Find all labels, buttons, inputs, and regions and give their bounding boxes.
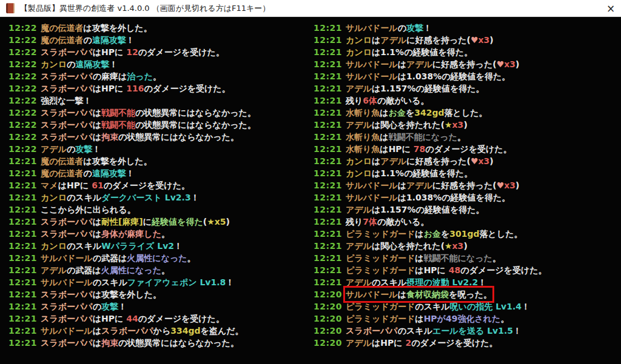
log-message: サルバドールはアデルに好感を持った(♥x3) bbox=[346, 179, 519, 191]
log-row: 12:21アデルの武器は火属性になった。 bbox=[0, 264, 310, 276]
log-segment-yellow: 334gd bbox=[170, 326, 200, 336]
log-message: 残り6体の敵がいる。 bbox=[346, 94, 429, 107]
log-row: 12:21ピラミッドガードはお金を301gd落とした。 bbox=[310, 228, 621, 240]
log-segment-name: サルバドール bbox=[41, 277, 93, 287]
highlighted-log-row: 12:20サルバドールは食材収納袋を呪った。 bbox=[310, 288, 621, 300]
log-segment-default: の bbox=[93, 302, 101, 311]
log-row: 12:21アデルは関心を持たれた(★x3) bbox=[310, 119, 621, 131]
log-segment-name: 魔の伝道者 bbox=[41, 23, 83, 33]
log-segment-default: 。 bbox=[161, 265, 170, 275]
log-row: 12:21カンロのスキルWパラライズ Lv2！ bbox=[0, 240, 310, 252]
log-segment-name: アデル bbox=[346, 84, 372, 93]
log-message: アデルは1.157%の経験値を得た。 bbox=[346, 82, 485, 94]
log-message: アデルのスキル摂理の波動 Lv2.2！ bbox=[346, 276, 486, 288]
log-segment-name: サルバドール bbox=[346, 71, 398, 81]
log-segment-default: はHPに bbox=[58, 180, 92, 190]
log-segment-name: ピラミッドガード bbox=[346, 265, 415, 275]
log-segment-default: のダメージを受けた。 bbox=[460, 265, 546, 275]
log-segment-name: アデル bbox=[406, 180, 432, 190]
log-message: 魔の伝道者は攻撃を外した。 bbox=[41, 155, 152, 167]
log-segment-gray: 戦闘不能になった bbox=[424, 253, 492, 263]
log-segment-default: ！ bbox=[109, 59, 118, 69]
log-timestamp: 12:20 bbox=[314, 288, 340, 300]
log-segment-default: のダメージを受けた。 bbox=[144, 84, 230, 93]
log-segment-default: に好感を持った( bbox=[406, 156, 471, 166]
log-timestamp: 12:21 bbox=[314, 34, 340, 46]
log-timestamp: 12:21 bbox=[8, 204, 35, 216]
log-message: ここから外に出られる。 bbox=[41, 204, 136, 216]
log-segment-default: のダメージを受けた。 bbox=[138, 314, 224, 323]
log-message: アデルは関心を持たれた(★x3) bbox=[346, 240, 468, 252]
log-segment-default: のスキル bbox=[67, 193, 101, 202]
log-segment-default: ！ bbox=[226, 277, 234, 287]
log-timestamp: 12:21 bbox=[314, 82, 340, 94]
log-row: 12:21アデルのスキル摂理の波動 Lv2.2！ bbox=[310, 276, 621, 288]
log-segment-default: の状態異常にはならなかった。 bbox=[118, 132, 239, 142]
log-segment-default: のスキル bbox=[93, 277, 127, 287]
close-icon[interactable]: × bbox=[600, 0, 621, 17]
log-segment-default: ) bbox=[489, 156, 493, 166]
log-segment-default: の敵がいる。 bbox=[377, 217, 429, 227]
log-row: 12:21サルバドールの武器は火属性になった。 bbox=[0, 252, 310, 264]
log-segment-default: 落とした。 bbox=[445, 108, 488, 117]
log-segment-default: の状態異常にはならなかった。 bbox=[118, 338, 239, 348]
log-segment-kanro: カンロ bbox=[346, 156, 372, 166]
log-row: 12:21マメはHPに 61のダメージを受けた。 bbox=[0, 179, 310, 191]
log-segment-default: は1.157%の経験値を得た。 bbox=[372, 84, 485, 93]
window-title: 【製品版】異世界の創造者 v1.4.0.0 （画面が見切れる方はF11キー） bbox=[20, 3, 270, 14]
log-segment-default: を bbox=[441, 229, 449, 239]
log-timestamp: 12:21 bbox=[8, 264, 35, 276]
log-row: 12:21カンロは1.1%の経験値を得た。 bbox=[310, 167, 621, 179]
log-segment-default: に好感を持った( bbox=[432, 59, 497, 69]
log-message: 魔の伝道者は攻撃を外した。 bbox=[41, 22, 152, 34]
log-segment-name: 魔の伝道者 bbox=[41, 156, 83, 166]
log-timestamp: 12:21 bbox=[314, 119, 340, 131]
log-segment-papa: スラボーパパ bbox=[41, 84, 93, 93]
log-message: カンロは1.1%の経験値を得た。 bbox=[346, 167, 472, 179]
log-segment-skill: 攻撃 bbox=[406, 23, 423, 33]
log-segment-default: は1.1%の経験値を得た。 bbox=[372, 47, 472, 57]
log-segment-default: は bbox=[372, 35, 380, 45]
log-segment-skill: 治った bbox=[127, 71, 153, 81]
log-segment-name: サルバドール bbox=[346, 180, 398, 190]
log-segment-default: 。 bbox=[457, 132, 466, 142]
log-message: スラボーパパのスキルエールを送る Lv1.5！ bbox=[346, 325, 522, 337]
log-segment-default: の状態異常にはならなかった。 bbox=[135, 120, 256, 130]
log-row: 12:21ピラミッドガードはHPに 48のダメージを受けた。 bbox=[310, 264, 621, 276]
log-segment-kanro: カンロ bbox=[346, 35, 372, 45]
log-timestamp: 12:22 bbox=[8, 46, 35, 58]
log-segment-default: のスキル bbox=[372, 277, 406, 287]
log-message: 水斬り魚は戦闘不能になった。 bbox=[346, 131, 466, 143]
log-row: 12:21サルバドールの攻撃！ bbox=[310, 22, 621, 34]
log-segment-skill: ダークバースト Lv2.3 bbox=[101, 193, 190, 202]
log-segment-name: 水斬り魚 bbox=[346, 108, 380, 117]
log-timestamp: 12:21 bbox=[314, 240, 340, 252]
battle-log: 12:22魔の伝道者は攻撃を外した。12:22魔の伝道者の遠隔攻撃！12:22ス… bbox=[0, 17, 621, 349]
log-segment-papa: スラボーパパ bbox=[346, 326, 398, 336]
log-segment-default: の bbox=[67, 59, 75, 69]
log-segment-default: 落とした。 bbox=[480, 229, 523, 239]
log-row: 12:21水斬り魚はお金を342gd落とした。 bbox=[310, 107, 621, 119]
log-row: 12:21アデルは1.157%の経験値を得た。 bbox=[310, 82, 621, 94]
log-segment-pink: ♥ bbox=[497, 180, 505, 190]
log-segment-default: のスキル bbox=[398, 326, 432, 336]
log-row: 12:22アデルの攻撃！ bbox=[0, 143, 310, 155]
log-segment-default: ！ bbox=[191, 193, 200, 202]
log-segment-papa: スラボーパパ bbox=[41, 314, 93, 323]
log-segment-default: の bbox=[67, 144, 75, 154]
log-segment-default: は bbox=[93, 120, 101, 130]
log-segment-yellow: ★x5 bbox=[207, 217, 226, 227]
log-segment-default: ！ bbox=[522, 302, 530, 311]
log-segment-yellow: 342gd bbox=[414, 108, 444, 117]
log-segment-default: ここから外に出られる。 bbox=[41, 205, 136, 214]
log-segment-default: は bbox=[415, 253, 423, 263]
log-row: 12:21ここから外に出られる。 bbox=[0, 204, 310, 216]
log-segment-damage: x3 bbox=[504, 59, 515, 69]
log-timestamp: 12:22 bbox=[8, 107, 35, 119]
log-segment-name: サルバドール bbox=[346, 59, 398, 69]
log-message: ピラミッドガードはお金を301gd落とした。 bbox=[346, 228, 523, 240]
log-timestamp: 12:21 bbox=[8, 325, 35, 337]
log-segment-default: ) bbox=[463, 241, 467, 251]
log-segment-pink: ♥ bbox=[471, 156, 478, 166]
log-segment-skill: 遠隔攻撃 bbox=[92, 35, 126, 45]
